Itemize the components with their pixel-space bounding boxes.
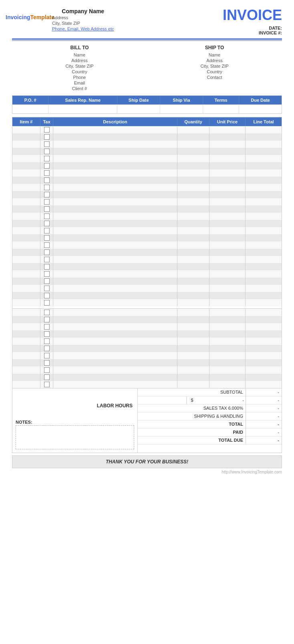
- item-desc: [53, 323, 177, 330]
- item-total: [246, 177, 282, 184]
- tax-checkbox[interactable]: [44, 192, 50, 197]
- tax-checkbox[interactable]: [44, 199, 50, 205]
- item-desc: [53, 220, 177, 227]
- item-qty: [177, 270, 209, 278]
- table-row: [12, 184, 282, 191]
- item-total: [246, 263, 282, 270]
- item-total: [246, 374, 282, 381]
- item-num: [12, 309, 40, 316]
- tax-checkbox[interactable]: [44, 213, 50, 219]
- notes-label: NOTES:: [16, 420, 134, 425]
- shipping-row: SHIPPING & HANDLING -: [138, 413, 282, 421]
- page-header: InvoicingTemplate Company Name Address C…: [12, 8, 282, 35]
- table-row: [12, 381, 282, 388]
- table-row: [12, 234, 282, 242]
- item-desc: [53, 366, 177, 374]
- tax-checkbox[interactable]: [44, 221, 50, 226]
- tax-checkbox[interactable]: [44, 300, 50, 306]
- tax-checkbox[interactable]: [44, 257, 50, 262]
- po-value-ship-date: [117, 105, 160, 113]
- item-unit: [209, 323, 246, 330]
- item-qty: [177, 126, 209, 133]
- tax-checkbox[interactable]: [44, 278, 50, 284]
- table-row: [12, 227, 282, 234]
- sales-tax-row: SALES TAX 6.000% -: [138, 405, 282, 413]
- tax-checkbox[interactable]: [44, 177, 50, 183]
- tax-checkbox[interactable]: [44, 250, 50, 255]
- paid-label: PAID: [138, 429, 246, 436]
- tax-checkbox[interactable]: [44, 360, 50, 366]
- tax-checkbox[interactable]: [44, 134, 50, 140]
- tax-checkbox[interactable]: [44, 374, 50, 380]
- tax-checkbox[interactable]: [44, 156, 50, 161]
- tax-checkbox[interactable]: [44, 346, 50, 351]
- item-qty: [177, 220, 209, 227]
- item-qty: [177, 141, 209, 148]
- ship-to-section: SHIP TO Name Address City, State ZIP Cou…: [147, 45, 282, 91]
- item-unit: [209, 213, 246, 220]
- bill-to-phone: Phone: [12, 74, 147, 80]
- item-tax: [40, 256, 53, 263]
- item-total: [246, 270, 282, 278]
- tax-checkbox[interactable]: [44, 228, 50, 233]
- tax-checkbox[interactable]: [44, 163, 50, 169]
- item-total: [246, 249, 282, 256]
- company-phone-email[interactable]: Phone, Email, Web Address etc: [52, 26, 114, 31]
- tax-checkbox[interactable]: [44, 206, 50, 212]
- tax-checkbox[interactable]: [44, 310, 50, 315]
- item-qty: [177, 191, 209, 198]
- item-unit: [209, 256, 246, 263]
- item-tax: [40, 330, 53, 338]
- item-desc: [53, 169, 177, 177]
- item-desc: [53, 141, 177, 148]
- po-header-row: P.O. # Sales Rep. Name Ship Date Ship Vi…: [12, 96, 282, 105]
- tax-checkbox[interactable]: [44, 271, 50, 277]
- item-qty: [177, 177, 209, 184]
- item-qty: [177, 205, 209, 213]
- tax-checkbox[interactable]: [44, 286, 50, 291]
- tax-checkbox[interactable]: [44, 338, 50, 344]
- tax-checkbox[interactable]: [44, 317, 50, 322]
- item-total: [246, 316, 282, 323]
- item-desc: [53, 249, 177, 256]
- item-desc: [53, 299, 177, 306]
- item-qty: [177, 316, 209, 323]
- tax-checkbox[interactable]: [44, 293, 50, 298]
- item-desc: [53, 177, 177, 184]
- bill-to-client: Client #: [12, 86, 147, 91]
- item-desc: [53, 345, 177, 352]
- tax-checkbox[interactable]: [44, 242, 50, 248]
- table-row: [12, 338, 282, 345]
- item-num: [12, 374, 40, 381]
- tax-checkbox[interactable]: [44, 141, 50, 147]
- item-tax: [40, 299, 53, 306]
- item-desc: [53, 191, 177, 198]
- tax-checkbox[interactable]: [44, 353, 50, 358]
- item-unit: [209, 270, 246, 278]
- item-qty: [177, 213, 209, 220]
- ship-to-city: City, State ZIP: [147, 63, 282, 69]
- notes-box[interactable]: [16, 425, 134, 449]
- item-tax: [40, 205, 53, 213]
- tax-checkbox[interactable]: [44, 235, 50, 241]
- tax-checkbox[interactable]: [44, 382, 50, 387]
- item-total: [246, 234, 282, 242]
- item-total: [246, 330, 282, 338]
- table-row: [12, 330, 282, 338]
- item-qty: [177, 381, 209, 388]
- tax-checkbox[interactable]: [44, 170, 50, 176]
- item-tax: [40, 249, 53, 256]
- tax-checkbox[interactable]: [44, 185, 50, 190]
- tax-checkbox[interactable]: [44, 149, 50, 154]
- item-num: [12, 141, 40, 148]
- company-name: Company Name: [52, 8, 114, 14]
- tax-checkbox[interactable]: [44, 331, 50, 337]
- item-unit: [209, 184, 246, 191]
- tax-checkbox[interactable]: [44, 367, 50, 373]
- items-header-desc: Description: [53, 117, 177, 126]
- tax-checkbox[interactable]: [44, 324, 50, 330]
- item-total: [246, 345, 282, 352]
- tax-checkbox[interactable]: [44, 264, 50, 270]
- items-header-total: Line Total: [246, 117, 282, 126]
- tax-checkbox[interactable]: [44, 127, 50, 133]
